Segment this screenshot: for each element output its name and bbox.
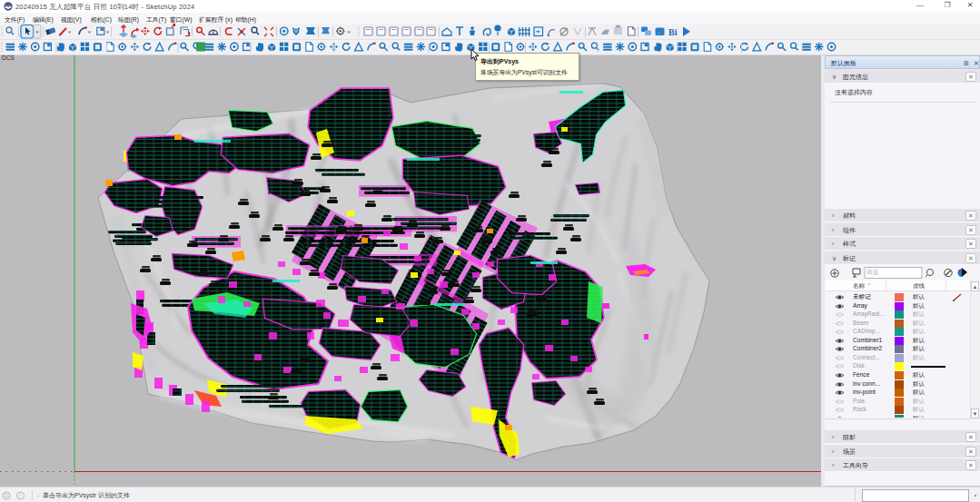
- svg-text:Bi: Bi: [668, 27, 678, 37]
- svg-text:i: i: [19, 492, 20, 498]
- svg-text:..: ..: [658, 29, 661, 34]
